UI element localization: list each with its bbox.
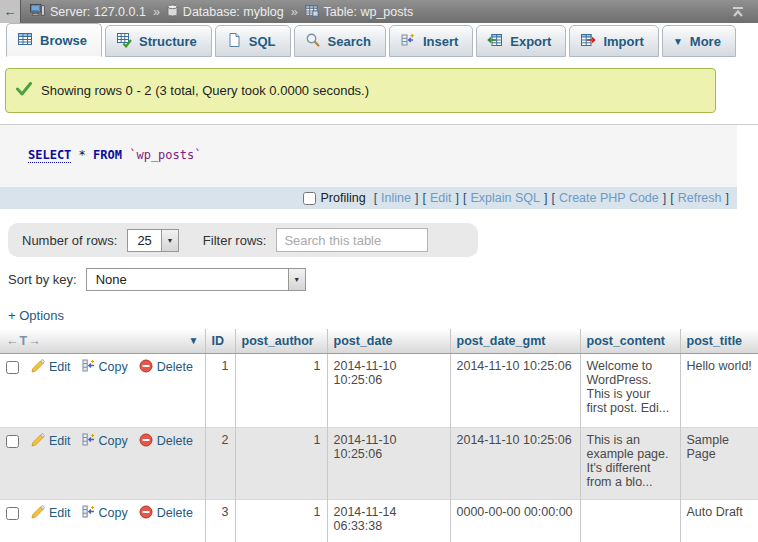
tab-export[interactable]: Export xyxy=(476,25,566,57)
tab-search[interactable]: Search xyxy=(294,25,386,57)
tab-label: Import xyxy=(603,34,643,49)
copy-row-link[interactable]: Copy xyxy=(82,433,128,449)
tab-import[interactable]: Import xyxy=(569,25,658,57)
row-checkbox[interactable] xyxy=(6,361,19,374)
profiling-checkbox[interactable] xyxy=(303,192,316,205)
delete-row-link[interactable]: Delete xyxy=(139,433,193,450)
cell-post-date[interactable]: 2014-11-10 10:25:06 xyxy=(327,353,450,427)
cell-post-title[interactable]: Auto Draft xyxy=(680,499,758,542)
results-table: ←T→ ▼ ID post_author post_date post_date… xyxy=(0,329,758,542)
cell-post-date[interactable]: 2014-11-14 06:33:38 xyxy=(327,499,450,542)
column-header-post-date[interactable]: post_date xyxy=(327,329,450,353)
cell-post-date[interactable]: 2014-11-10 10:25:06 xyxy=(327,427,450,499)
back-arrow-button[interactable]: ← xyxy=(0,0,21,23)
pencil-icon xyxy=(31,433,45,450)
copy-row-link[interactable]: Copy xyxy=(82,359,128,375)
cell-post-date-gmt[interactable]: 2014-11-10 10:25:06 xyxy=(450,353,580,427)
cell-post-date-gmt[interactable]: 2014-11-10 10:25:06 xyxy=(450,427,580,499)
tab-label: Browse xyxy=(40,33,87,48)
edit-row-link[interactable]: Edit xyxy=(31,359,71,376)
structure-icon xyxy=(116,32,132,51)
tab-label: Search xyxy=(328,34,371,49)
export-icon xyxy=(487,32,503,51)
transpose-arrows-icon[interactable]: ←T→ xyxy=(6,334,42,348)
actions-header[interactable]: ←T→ ▼ xyxy=(0,329,205,353)
edit-row-link[interactable]: Edit xyxy=(31,505,71,522)
collapse-icon[interactable] xyxy=(731,6,745,18)
column-header-id[interactable]: ID xyxy=(205,329,235,353)
breadcrumb-table[interactable]: Table: wp_posts xyxy=(305,4,414,20)
filter-rows-input[interactable] xyxy=(276,228,428,252)
breadcrumb-table-label: Table: wp_posts xyxy=(324,5,414,19)
cell-post-content[interactable]: This is an example page. It's different … xyxy=(580,427,680,499)
table-row: Edit Copy xyxy=(0,427,758,499)
tab-label: Export xyxy=(510,34,551,49)
create-php-code-link[interactable]: Create PHP Code xyxy=(559,191,659,205)
copy-icon xyxy=(82,359,95,375)
table-row: Edit Copy xyxy=(0,499,758,542)
delete-label: Delete xyxy=(157,434,193,448)
import-icon xyxy=(580,32,596,51)
pencil-icon xyxy=(31,505,45,522)
success-message: Showing rows 0 - 2 (3 total, Query took … xyxy=(5,68,716,113)
bracket: [ xyxy=(422,191,425,205)
sql-query-display: SELECT * FROM `wp_posts` xyxy=(0,125,737,187)
success-check-icon xyxy=(16,82,32,99)
cell-post-title[interactable]: Sample Page xyxy=(680,427,758,499)
options-toggle-link[interactable]: + Options xyxy=(8,308,64,323)
header-menu-arrow-icon[interactable]: ▼ xyxy=(189,335,199,346)
cell-post-content[interactable]: Welcome to WordPress. This is your first… xyxy=(580,353,680,427)
bracket: ] xyxy=(663,191,666,205)
bracket: [ xyxy=(670,191,673,205)
cell-post-content[interactable] xyxy=(580,499,680,542)
browse-icon xyxy=(17,31,33,50)
row-checkbox[interactable] xyxy=(6,507,19,520)
tab-insert[interactable]: Insert xyxy=(389,25,473,57)
cell-id[interactable]: 3 xyxy=(205,499,235,542)
edit-label: Edit xyxy=(49,434,71,448)
row-checkbox[interactable] xyxy=(6,435,19,448)
delete-row-link[interactable]: Delete xyxy=(139,359,193,376)
delete-row-link[interactable]: Delete xyxy=(139,505,193,522)
breadcrumb-database[interactable]: Database: myblog xyxy=(167,4,284,20)
edit-query-link[interactable]: Edit xyxy=(430,191,452,205)
chevron-down-icon: ▼ xyxy=(288,269,305,290)
copy-row-link[interactable]: Copy xyxy=(82,505,128,521)
breadcrumb-separator: » xyxy=(153,5,160,19)
success-message-text: Showing rows 0 - 2 (3 total, Query took … xyxy=(41,83,369,98)
delete-label: Delete xyxy=(157,360,193,374)
cell-post-author[interactable]: 1 xyxy=(235,499,327,542)
number-of-rows-value: 25 xyxy=(128,230,160,251)
explain-sql-link[interactable]: Explain SQL xyxy=(470,191,539,205)
row-controls-bar: Number of rows: 25 ▼ Filter rows: xyxy=(8,223,478,257)
tab-label: SQL xyxy=(249,34,276,49)
cell-post-author[interactable]: 1 xyxy=(235,427,327,499)
column-header-post-date-gmt[interactable]: post_date_gmt xyxy=(450,329,580,353)
refresh-link[interactable]: Refresh xyxy=(678,191,722,205)
column-header-post-author[interactable]: post_author xyxy=(235,329,327,353)
number-of-rows-select[interactable]: 25 ▼ xyxy=(127,229,178,252)
breadcrumb-server-label: Server: 127.0.0.1 xyxy=(50,5,146,19)
tab-more[interactable]: ▼ More xyxy=(662,25,736,57)
tab-label: Insert xyxy=(423,34,458,49)
bracket: [ xyxy=(551,191,554,205)
tab-structure[interactable]: Structure xyxy=(105,25,212,57)
breadcrumb-database-label: Database: myblog xyxy=(183,5,284,19)
bracket: ] xyxy=(726,191,729,205)
sort-by-key-select[interactable]: None ▼ xyxy=(86,268,306,291)
column-header-post-content[interactable]: post_content xyxy=(580,329,680,353)
cell-id[interactable]: 2 xyxy=(205,427,235,499)
inline-link[interactable]: Inline xyxy=(381,191,411,205)
breadcrumb-server[interactable]: Server: 127.0.0.1 xyxy=(30,3,146,20)
copy-label: Copy xyxy=(99,506,128,520)
table-icon xyxy=(305,4,319,20)
cell-post-title[interactable]: Hello world! xyxy=(680,353,758,427)
search-icon xyxy=(305,32,321,51)
cell-post-author[interactable]: 1 xyxy=(235,353,327,427)
column-header-post-title[interactable]: post_title xyxy=(680,329,758,353)
edit-row-link[interactable]: Edit xyxy=(31,433,71,450)
cell-post-date-gmt[interactable]: 0000-00-00 00:00:00 xyxy=(450,499,580,542)
tab-sql[interactable]: SQL xyxy=(215,25,291,57)
tab-browse[interactable]: Browse xyxy=(6,23,102,57)
cell-id[interactable]: 1 xyxy=(205,353,235,427)
